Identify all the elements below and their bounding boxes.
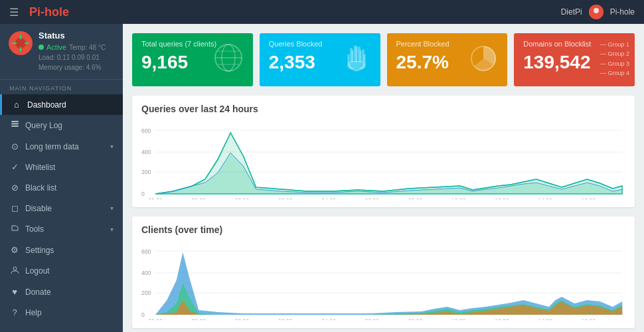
svg-text:16:00: 16:00 [582,318,596,320]
svg-text:600: 600 [141,248,151,255]
svg-text:22:00: 22:00 [192,197,206,199]
svg-marker-48 [155,252,622,315]
sidebar-item-settings[interactable]: ⚙ Settings [0,240,123,260]
sidebar-item-tools[interactable]: Tools ▾ [0,218,123,240]
svg-text:0: 0 [141,191,145,197]
dashboard-icon: ⌂ [11,100,22,110]
sidebar-item-label: Dashboard [27,100,66,110]
svg-text:400: 400 [141,149,151,155]
tools-icon [9,224,20,234]
status-active-label: Active [46,43,66,51]
longterm-icon: ⊙ [9,141,20,151]
svg-text:14:00: 14:00 [538,197,552,199]
sidebar-item-label: Tools [25,224,44,234]
topnav-pihole-label: Pi-hole [610,7,635,17]
chart1-svg: 0 200 400 600 [141,120,625,199]
svg-text:400: 400 [141,270,151,276]
logout-icon [9,266,20,276]
pihole-logo [8,31,33,56]
topnav: ☰ Pi-hole DietPi Pi-hole [0,0,644,24]
sidebar-item-whitelist[interactable]: ✓ Whitelist [0,157,123,177]
svg-text:00:00: 00:00 [235,197,250,199]
sidebar-item-blacklist[interactable]: ⊘ Black list [0,177,123,198]
stat-card-total-queries: Total queries (7 clients) 9,165 [132,33,253,86]
svg-text:10:00: 10:00 [451,197,466,199]
svg-text:22:00: 22:00 [192,318,206,320]
svg-text:16:00: 16:00 [582,197,596,199]
svg-text:04:00: 04:00 [321,318,336,320]
chart2-title: Clients (over time) [141,224,625,235]
svg-text:200: 200 [141,290,151,296]
sidebar-item-label: Help [25,308,42,317]
sidebar-item-donate[interactable]: ♥ Donate [0,282,123,302]
sidebar-item-help[interactable]: ? Help [0,302,123,323]
svg-text:20:00: 20:00 [148,197,163,199]
chart-clients: Clients (over time) 0 200 400 600 [132,216,635,328]
blocklist-legend: — Group 1 — Group 2 — Group 3 — Group 4 [600,40,629,78]
svg-rect-17 [362,49,364,62]
svg-text:06:00: 06:00 [364,197,379,199]
pie-chart-icon [467,42,499,81]
svg-text:04:00: 04:00 [321,197,336,199]
sidebar-item-label: Whitelist [25,163,55,172]
sidebar-item-label: Settings [25,246,54,255]
chart-queries-24h: Queries over last 24 hours 0 200 400 600 [132,96,635,207]
svg-text:00:00: 00:00 [235,318,250,320]
svg-rect-4 [11,121,19,122]
blacklist-icon: ⊘ [9,183,20,193]
donate-icon: ♥ [9,287,20,297]
topnav-user: DietPi [561,7,582,17]
svg-point-7 [13,267,17,270]
chevron-down-icon: ▾ [110,205,114,212]
svg-text:10:00: 10:00 [451,318,466,320]
svg-text:12:00: 12:00 [495,318,509,320]
svg-text:0: 0 [141,311,145,318]
svg-text:06:00: 06:00 [364,318,379,320]
chart1-title: Queries over last 24 hours [141,104,625,114]
chevron-down-icon: ▾ [110,226,114,233]
help-icon: ? [9,307,20,317]
sidebar: Status Active Temp: 48 °C Load: 0.11 0.0… [0,24,123,332]
layout: Status Active Temp: 48 °C Load: 0.11 0.0… [0,24,644,332]
status-load: Load: 0.11 0.09 0.01 [39,52,106,62]
stat-card-percent-blocked: Percent Blocked 25.7% [387,33,508,86]
svg-rect-16 [358,46,361,62]
sidebar-item-disable[interactable]: ◻ Disable ▾ [0,198,123,218]
status-box: Status Active Temp: 48 °C Load: 0.11 0.0… [0,24,123,80]
status-temp: Temp: 48 °C [69,44,106,51]
brand-suffix: hole [44,5,69,19]
svg-text:02:00: 02:00 [278,197,293,199]
hand-icon [341,42,372,81]
disable-icon: ◻ [9,203,20,213]
sidebar-item-label: Black list [25,183,56,193]
main-content: Total queries (7 clients) 9,165 Queries … [123,24,644,332]
sidebar-item-label: Disable [25,204,52,213]
brand: Pi-hole [29,5,69,19]
sidebar-item-dashboard[interactable]: ⌂ Dashboard [0,94,123,115]
svg-text:08:00: 08:00 [408,318,423,320]
sidebar-item-logout[interactable]: Logout [0,260,123,282]
stat-card-domains-blocklist: Domains on Blocklist 139,542 — Group 1 —… [514,33,635,86]
status-title: Status [39,31,106,41]
sidebar-toggle[interactable]: ☰ [9,6,19,19]
sidebar-item-long-term[interactable]: ⊙ Long term data ▾ [0,136,123,157]
whitelist-icon: ✓ [9,162,20,172]
svg-rect-15 [354,45,357,62]
sidebar-item-label: Long term data [25,142,79,151]
chart1-container: 0 200 400 600 [141,120,625,199]
svg-text:600: 600 [141,127,151,134]
active-dot [39,44,44,50]
svg-text:02:00: 02:00 [278,318,293,320]
svg-text:200: 200 [141,169,151,175]
stat-card-queries-blocked: Queries Blocked 2,353 [260,33,380,86]
sidebar-item-query-log[interactable]: Query Log [0,115,123,136]
status-active-row: Active Temp: 48 °C [39,43,106,51]
svg-rect-5 [11,124,19,125]
nav-label: MAIN NAVIGATION [0,80,123,94]
svg-rect-6 [11,125,19,127]
topnav-avatar [589,5,604,19]
chart2-svg: 0 200 400 600 20:00 [141,240,625,320]
svg-text:20:00: 20:00 [148,318,163,320]
sidebar-item-label: Donate [25,288,51,297]
querylog-icon [9,120,20,131]
